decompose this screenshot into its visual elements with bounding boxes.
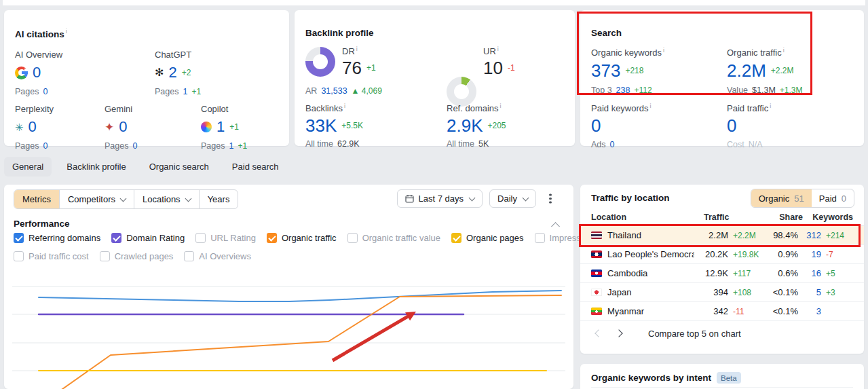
- info-icon: i: [66, 28, 67, 35]
- divider: [591, 387, 853, 388]
- stat-chatgpt: ChatGPT ✻ 2 +2 Pages 1 +1: [155, 50, 201, 96]
- stat-value: 0: [33, 65, 41, 80]
- chevron-up-icon: [551, 222, 560, 231]
- tab-general[interactable]: General: [4, 157, 52, 177]
- stat-dr: DRi 76 +1: [342, 45, 376, 77]
- search-card: Search Organic keywordsi 373 +218 Top 3 …: [580, 10, 864, 146]
- collapse-section-button[interactable]: [552, 221, 559, 231]
- keywords-by-intent-card: Organic keywords by intent Beta: [580, 364, 864, 389]
- paid-toggle[interactable]: Paid0: [812, 189, 854, 207]
- competitors-segment[interactable]: Competitors: [59, 190, 134, 208]
- backlink-profile-title: Backlink profile: [305, 28, 374, 38]
- stat-perplexity: Perplexity ✳ 0 Pages 0: [15, 104, 54, 151]
- stat-organic-traffic: Organic traffici 2.2M +2.2M Value $1.3M …: [727, 47, 802, 95]
- traffic-table-body: Thailand 2.2M +2.2M 98.4% 312 +214 Lao P…: [580, 226, 864, 321]
- next-page-button[interactable]: [611, 326, 626, 341]
- performance-heading: Performance: [14, 219, 70, 229]
- chevron-down-icon: [523, 195, 529, 202]
- more-options-button[interactable]: [543, 191, 558, 206]
- gemini-icon: ✦: [105, 122, 114, 133]
- chevron-right-icon: [615, 329, 622, 337]
- tab-paid-search[interactable]: Paid search: [224, 157, 287, 177]
- perplexity-icon: ✳: [15, 122, 24, 132]
- compare-top5-link[interactable]: Compare top 5 on chart: [648, 329, 741, 339]
- traffic-table-header: Location Traffic Share Keywords: [580, 208, 864, 226]
- info-icon: i: [344, 103, 345, 109]
- stat-gemini: Gemini ✦ 0 Pages 0: [105, 104, 137, 151]
- metric-domain-rating[interactable]: Domain Rating: [111, 233, 185, 243]
- stat-ref-domains: Ref. domainsi 2.9K +205 All time 5K: [447, 103, 506, 149]
- info-icon: i: [500, 103, 502, 109]
- checkbox-checked[interactable]: [267, 233, 277, 243]
- stat-paid-traffic: Paid traffici 0 Cost N/A: [727, 103, 771, 149]
- ahrefs-overview-dashboard: AI citationsi AI Overview 0 Pages 0 Chat…: [0, 0, 868, 389]
- metric-organic-pages[interactable]: Organic pages: [451, 233, 524, 243]
- checkbox-unchecked[interactable]: [535, 233, 545, 243]
- checkbox-unchecked[interactable]: [184, 251, 194, 261]
- table-row-japan[interactable]: Japan 394 +108 <0.1% 5 +3: [580, 283, 864, 302]
- info-icon: i: [770, 103, 771, 109]
- stat-organic-keywords: Organic keywordsi 373 +218 Top 3 238 +11…: [591, 47, 664, 95]
- metric-url-rating[interactable]: URL Rating: [195, 233, 256, 243]
- info-icon: i: [356, 45, 358, 52]
- laos-flag-icon: [591, 251, 602, 258]
- table-row-thailand[interactable]: Thailand 2.2M +2.2M 98.4% 312 +214: [580, 226, 864, 245]
- organic-toggle[interactable]: Organic51: [751, 189, 812, 207]
- calendar-icon: [405, 194, 414, 203]
- metric-checkbox-row-1: Referring domains Domain Rating URL Rati…: [14, 233, 664, 243]
- chevron-down-icon: [185, 196, 191, 202]
- table-row-laos[interactable]: Lao People's Democratic Reput 20.2K +19.…: [580, 245, 864, 264]
- metric-checkbox-row-2: Paid traffic cost Crawled pages AI Overv…: [14, 251, 251, 261]
- checkbox-unchecked[interactable]: [195, 233, 206, 243]
- chatgpt-icon: ✻: [155, 67, 164, 78]
- performance-line-chart[interactable]: [4, 272, 573, 389]
- traffic-pagination: Compare top 5 on chart: [591, 326, 741, 341]
- stat-copilot: Copilot 1 +1 Pages 1 +1: [201, 104, 247, 151]
- table-row-myanmar[interactable]: Myanmar 342 -11 <0.1% 3: [580, 302, 864, 321]
- locations-segment[interactable]: Locations: [134, 190, 199, 208]
- checkbox-checked[interactable]: [111, 233, 121, 243]
- metric-paid-traffic-cost[interactable]: Paid traffic cost: [14, 251, 89, 261]
- chevron-down-icon: [469, 195, 476, 202]
- myanmar-flag-icon: [591, 308, 602, 315]
- keywords-by-intent-header: Organic keywords by intent Beta: [591, 372, 741, 384]
- chevron-down-icon: [120, 196, 127, 202]
- tab-organic-search[interactable]: Organic search: [141, 157, 217, 177]
- copilot-icon: [201, 122, 212, 132]
- table-row-cambodia[interactable]: Cambodia 12.9K +117 0.6% 16 +5: [580, 264, 864, 283]
- traffic-by-location-title: Traffic by location: [591, 193, 670, 203]
- prev-page-button[interactable]: [591, 326, 606, 341]
- tab-backlink-profile[interactable]: Backlink profile: [58, 157, 134, 177]
- date-range-button[interactable]: Last 7 days: [397, 189, 483, 208]
- ai-citations-title: AI citationsi: [15, 28, 67, 39]
- section-tabs: General Backlink profile Organic search …: [4, 157, 287, 177]
- info-icon: i: [663, 47, 664, 54]
- metric-ai-overviews[interactable]: AI Overviews: [184, 251, 251, 261]
- top-strip: [3, 0, 865, 5]
- checkbox-checked[interactable]: [451, 233, 461, 243]
- chevron-left-icon: [595, 329, 602, 337]
- kebab-menu-icon: [549, 198, 552, 200]
- metric-organic-traffic[interactable]: Organic traffic: [267, 233, 337, 243]
- checkbox-unchecked[interactable]: [14, 251, 24, 261]
- metric-referring-domains[interactable]: Referring domains: [14, 233, 100, 243]
- chart-config-segments: Metrics Competitors Locations Years: [14, 189, 238, 209]
- backlink-profile-card: Backlink profile DRi 76 +1 AR 31,533 ▲ 4…: [295, 10, 575, 146]
- checkbox-checked[interactable]: [14, 233, 24, 243]
- search-title: Search: [591, 28, 622, 38]
- stat-ai-overview: AI Overview 0 Pages 0: [15, 50, 62, 96]
- stat-paid-keywords: Paid keywordsi 0 Ads 0: [591, 103, 652, 149]
- metrics-segment[interactable]: Metrics: [14, 190, 59, 208]
- ai-citations-card: AI citationsi AI Overview 0 Pages 0 Chat…: [4, 10, 289, 146]
- chart-toolbar-right: Last 7 days Daily: [397, 189, 558, 208]
- checkbox-unchecked[interactable]: [100, 251, 110, 261]
- years-segment[interactable]: Years: [199, 190, 238, 208]
- japan-flag-icon: [591, 289, 602, 296]
- metric-organic-traffic-value[interactable]: Organic traffic value: [347, 233, 440, 243]
- metric-crawled-pages[interactable]: Crawled pages: [100, 251, 174, 261]
- ar-row: AR 31,533 ▲ 4,069: [305, 86, 382, 96]
- granularity-button[interactable]: Daily: [489, 189, 536, 208]
- checkbox-unchecked[interactable]: [347, 233, 358, 243]
- cambodia-flag-icon: [591, 270, 602, 277]
- thailand-flag-icon: [591, 231, 602, 239]
